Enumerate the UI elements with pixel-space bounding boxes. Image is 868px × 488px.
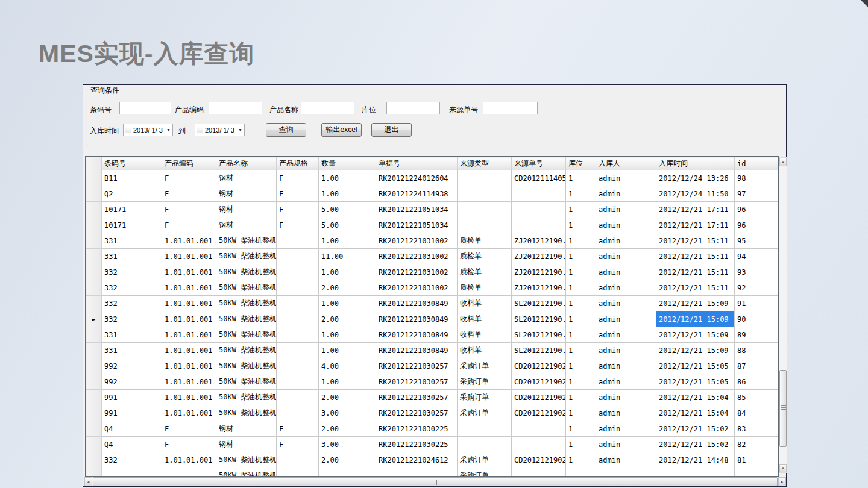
row-selector[interactable] bbox=[86, 327, 102, 343]
scroll-down-icon[interactable]: ▼ bbox=[779, 464, 787, 472]
grid-cell[interactable]: 1.01.01.001 bbox=[162, 327, 216, 343]
grid-cell[interactable]: 331 bbox=[102, 343, 162, 358]
grid-cell[interactable]: RK20121221051034 bbox=[376, 202, 458, 217]
query-button[interactable]: 查询 bbox=[266, 123, 306, 137]
grid-cell[interactable]: F bbox=[162, 217, 216, 233]
date-to-picker[interactable]: 2013/ 1/ 3 ▼ bbox=[195, 124, 245, 136]
grid-cell[interactable] bbox=[512, 202, 566, 217]
grid-cell[interactable]: 92 bbox=[735, 280, 779, 296]
grid-cell[interactable]: admin bbox=[596, 186, 656, 202]
grid-cell[interactable]: 2012/12/21 15:11 bbox=[656, 249, 735, 264]
column-header[interactable]: 单据号 bbox=[376, 157, 458, 170]
grid-cell[interactable]: 11.00 bbox=[319, 249, 376, 264]
scroll-up-icon[interactable]: ▲ bbox=[779, 158, 787, 166]
grid-cell[interactable]: 332 bbox=[102, 296, 162, 311]
row-selector[interactable] bbox=[86, 452, 102, 468]
grid-cell[interactable]: Q4 bbox=[102, 421, 162, 437]
grid-cell[interactable]: 50KW 柴油机整机 bbox=[216, 296, 277, 311]
grid-cell[interactable]: admin bbox=[596, 296, 656, 311]
grid-cell[interactable]: 2012/12/24 11:50 bbox=[656, 186, 735, 202]
grid-cell[interactable]: 2.00 bbox=[319, 421, 376, 437]
grid-cell[interactable]: admin bbox=[596, 358, 656, 374]
select-all-corner[interactable] bbox=[86, 157, 102, 170]
grid-cell[interactable]: 991 bbox=[102, 405, 162, 421]
grid-cell[interactable]: 95 bbox=[735, 233, 779, 249]
grid-cell[interactable]: B11 bbox=[102, 170, 162, 186]
grid-cell[interactable]: RK20121221030849 bbox=[376, 296, 458, 311]
grid-cell[interactable] bbox=[277, 311, 319, 327]
grid-cell[interactable] bbox=[458, 170, 512, 186]
grid-cell[interactable]: 50KW 柴油机整机 bbox=[216, 327, 277, 343]
grid-cell[interactable]: 1 bbox=[566, 452, 596, 468]
grid-cell[interactable]: 10171 bbox=[102, 202, 162, 217]
grid-cell[interactable]: 钢材 bbox=[216, 217, 277, 233]
grid-cell[interactable]: 50KW 柴油机整机 bbox=[216, 452, 277, 468]
grid-cell[interactable]: RK20121221024612 bbox=[376, 452, 458, 468]
grid-cell[interactable] bbox=[376, 468, 458, 477]
horizontal-scrollbar-thumb[interactable] bbox=[93, 477, 778, 486]
grid-cell[interactable]: SL201212190... bbox=[512, 343, 566, 358]
grid-cell[interactable]: 2012/12/21 17:11 bbox=[656, 202, 735, 217]
grid-cell[interactable]: RK20121221031002 bbox=[376, 233, 458, 249]
column-header[interactable]: 产品名称 bbox=[216, 157, 277, 170]
grid-cell[interactable]: RK20121221031002 bbox=[376, 280, 458, 296]
grid-cell[interactable] bbox=[277, 264, 319, 280]
grid-cell[interactable]: 2012/12/21 15:11 bbox=[656, 264, 735, 280]
grid-cell[interactable]: 1 bbox=[566, 186, 596, 202]
grid-cell[interactable] bbox=[277, 390, 319, 405]
grid-cell[interactable] bbox=[102, 468, 162, 477]
grid-cell[interactable]: 2.00 bbox=[319, 390, 376, 405]
vertical-scrollbar-thumb[interactable] bbox=[779, 370, 787, 447]
grid-cell[interactable] bbox=[458, 217, 512, 233]
grid-cell[interactable]: 1.01.01.001 bbox=[162, 264, 216, 280]
grid-cell[interactable]: RK20121221030257 bbox=[376, 405, 458, 421]
grid-cell[interactable]: 85 bbox=[735, 390, 779, 405]
grid-cell[interactable] bbox=[277, 468, 319, 477]
grid-cell[interactable]: 钢材 bbox=[216, 202, 277, 217]
grid-cell[interactable]: 1 bbox=[566, 217, 596, 233]
grid-cell[interactable]: 97 bbox=[735, 186, 779, 202]
grid-cell[interactable]: RK20121221030257 bbox=[376, 390, 458, 405]
grid-cell[interactable]: admin bbox=[596, 452, 656, 468]
grid-cell[interactable] bbox=[162, 468, 216, 477]
grid-cell[interactable]: 331 bbox=[102, 249, 162, 264]
grid-cell[interactable]: 2012/12/21 17:11 bbox=[656, 217, 735, 233]
grid-cell[interactable]: CD2012111405 bbox=[512, 170, 566, 186]
grid-cell[interactable]: RK20121221030257 bbox=[376, 374, 458, 390]
grid-cell[interactable]: 2012/12/21 15:02 bbox=[656, 437, 735, 452]
grid-cell[interactable]: 1.00 bbox=[319, 264, 376, 280]
grid-cell[interactable]: 2.00 bbox=[319, 452, 376, 468]
grid-cell[interactable]: admin bbox=[596, 327, 656, 343]
grid-cell[interactable]: 质检单 bbox=[458, 264, 512, 280]
grid-cell[interactable]: 89 bbox=[735, 327, 779, 343]
grid-cell[interactable] bbox=[458, 437, 512, 452]
grid-cell[interactable]: 1 bbox=[566, 233, 596, 249]
grid-cell[interactable]: 1 bbox=[566, 390, 596, 405]
grid-cell[interactable]: 331 bbox=[102, 233, 162, 249]
grid-cell[interactable]: 96 bbox=[735, 202, 779, 217]
row-selector[interactable] bbox=[86, 233, 102, 249]
product-name-input[interactable] bbox=[301, 102, 354, 114]
grid-cell[interactable]: 331 bbox=[102, 327, 162, 343]
grid-cell[interactable]: admin bbox=[596, 202, 656, 217]
grid-cell[interactable]: ZJ201212190... bbox=[512, 264, 566, 280]
grid-cell[interactable]: 3.00 bbox=[319, 437, 376, 452]
row-selector[interactable] bbox=[86, 374, 102, 390]
column-header[interactable]: 入库人 bbox=[596, 157, 656, 170]
grid-cell[interactable]: 1.01.01.001 bbox=[162, 374, 216, 390]
grid-cell[interactable]: 1.01.01.001 bbox=[162, 452, 216, 468]
grid-cell[interactable]: 2012/12/21 15:09 bbox=[656, 296, 735, 311]
row-selector[interactable] bbox=[86, 405, 102, 421]
grid-cell[interactable]: F bbox=[277, 437, 319, 452]
product-code-input[interactable] bbox=[209, 102, 262, 114]
grid-cell[interactable]: 10171 bbox=[102, 217, 162, 233]
grid-cell[interactable]: 992 bbox=[102, 374, 162, 390]
grid-cell[interactable]: admin bbox=[596, 170, 656, 186]
grid-cell[interactable]: F bbox=[162, 437, 216, 452]
checkbox-icon[interactable] bbox=[197, 127, 203, 133]
row-selector[interactable] bbox=[86, 437, 102, 452]
grid-cell[interactable]: 1.01.01.001 bbox=[162, 343, 216, 358]
grid-cell[interactable]: CD2012121902 bbox=[512, 452, 566, 468]
grid-cell[interactable]: 50KW 柴油机整机 bbox=[216, 405, 277, 421]
grid-cell[interactable]: 2.00 bbox=[319, 280, 376, 296]
